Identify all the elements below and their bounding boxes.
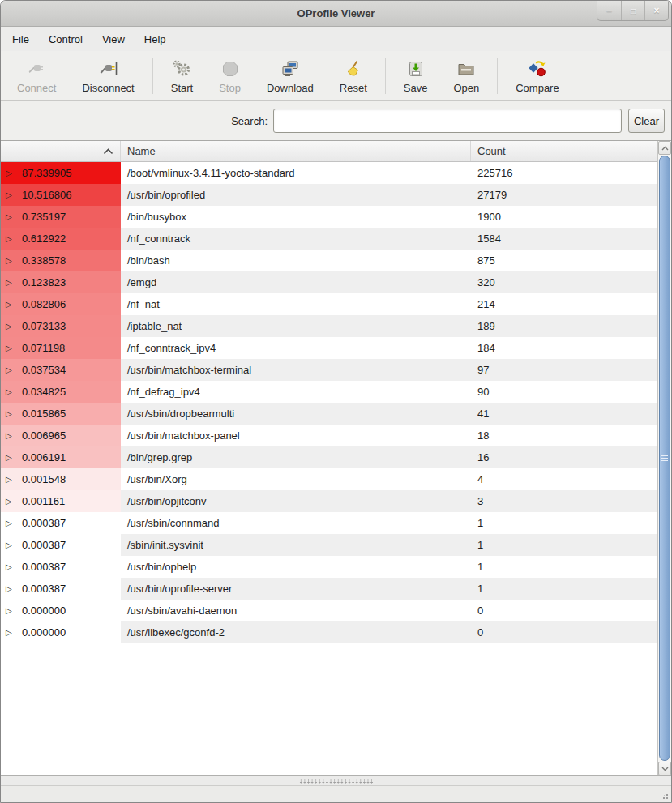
toolbar-button-start[interactable]: Start xyxy=(161,54,203,98)
row-name: /bin/busybox xyxy=(121,206,471,228)
table-row[interactable]: ▷0.073133/iptable_nat189 xyxy=(1,315,657,337)
splitter-handle-icon[interactable] xyxy=(299,779,374,784)
row-percent-cell: ▷0.000387 xyxy=(1,556,121,578)
table-row[interactable]: ▷0.000387/usr/sbin/connmand1 xyxy=(1,512,657,534)
toolbar-button-disconnect[interactable]: Disconnect xyxy=(71,54,144,98)
row-percent-cell: ▷87.339905 xyxy=(1,162,121,184)
table-row[interactable]: ▷0.071198/nf_conntrack_ipv4184 xyxy=(1,337,657,359)
row-expander-icon[interactable]: ▷ xyxy=(6,476,15,484)
table-row[interactable]: ▷0.006191/bin/grep.grep16 xyxy=(1,446,657,468)
row-name: /usr/sbin/avahi-daemon xyxy=(121,600,471,621)
row-expander-icon[interactable]: ▷ xyxy=(6,498,15,506)
column-header-name[interactable]: Name xyxy=(121,141,471,161)
row-expander-icon[interactable]: ▷ xyxy=(6,235,15,243)
row-percent: 0.006965 xyxy=(22,429,66,442)
row-expander-icon[interactable]: ▷ xyxy=(6,344,15,352)
row-percent-cell: ▷0.037534 xyxy=(1,359,121,381)
row-expander-icon[interactable]: ▷ xyxy=(6,432,15,440)
toolbar-button-label: Start xyxy=(171,82,193,94)
resize-grip-icon[interactable] xyxy=(659,790,670,801)
toolbar-button-label: Save xyxy=(404,82,428,94)
row-percent: 0.006191 xyxy=(22,451,66,463)
row-expander-icon[interactable]: ▷ xyxy=(6,563,15,571)
column-header-percent[interactable] xyxy=(1,141,121,161)
table-row[interactable]: ▷0.082806/nf_nat214 xyxy=(1,293,657,315)
title-bar[interactable]: OProfile Viewer – □ × xyxy=(1,1,671,27)
row-percent: 0.001161 xyxy=(22,495,65,507)
row-expander-icon[interactable]: ▷ xyxy=(6,607,15,615)
row-expander-icon[interactable]: ▷ xyxy=(6,322,15,331)
row-expander-icon[interactable]: ▷ xyxy=(6,541,15,549)
scrollbar-thumb[interactable] xyxy=(659,156,670,761)
menu-control[interactable]: Control xyxy=(39,28,92,50)
profile-table: Name Count ▷87.339905/boot/vmlinux-3.4.1… xyxy=(1,140,671,775)
toolbar-button-reset[interactable]: Reset xyxy=(329,54,378,98)
maximize-button[interactable]: □ xyxy=(621,1,644,20)
row-name: /bin/bash xyxy=(121,250,471,271)
table-row[interactable]: ▷0.000000/usr/libexec/gconfd-20 xyxy=(1,621,657,643)
search-input[interactable] xyxy=(273,109,622,133)
table-row[interactable]: ▷10.516806/usr/bin/oprofiled27179 xyxy=(1,184,657,206)
toolbar-button-save[interactable]: Save xyxy=(393,54,439,98)
row-expander-icon[interactable]: ▷ xyxy=(6,388,15,396)
row-expander-icon[interactable]: ▷ xyxy=(6,629,15,637)
menu-help[interactable]: Help xyxy=(135,28,176,50)
row-count: 18 xyxy=(471,425,657,446)
table-row[interactable]: ▷0.000387/sbin/init.sysvinit1 xyxy=(1,534,657,556)
row-percent: 0.037534 xyxy=(22,364,66,376)
table-row[interactable]: ▷0.000387/usr/bin/oprofile-server1 xyxy=(1,578,657,600)
row-expander-icon[interactable]: ▷ xyxy=(6,366,15,374)
toolbar-button-download[interactable]: Download xyxy=(256,54,324,98)
row-name: /usr/sbin/connmand xyxy=(121,512,471,534)
scroll-up-button[interactable] xyxy=(658,141,671,155)
table-row[interactable]: ▷0.001161/usr/bin/opjitconv3 xyxy=(1,490,657,512)
row-name: /usr/bin/matchbox-terminal xyxy=(121,359,471,381)
table-row[interactable]: ▷0.000000/usr/sbin/avahi-daemon0 xyxy=(1,600,657,621)
row-expander-icon[interactable]: ▷ xyxy=(6,191,15,199)
table-row[interactable]: ▷0.037534/usr/bin/matchbox-terminal97 xyxy=(1,359,657,381)
table-row[interactable]: ▷0.001548/usr/bin/Xorg4 xyxy=(1,468,657,490)
table-row[interactable]: ▷0.006965/usr/bin/matchbox-panel18 xyxy=(1,425,657,446)
sort-ascending-icon xyxy=(103,148,113,155)
row-percent: 0.034825 xyxy=(22,386,66,398)
row-expander-icon[interactable]: ▷ xyxy=(6,213,15,221)
menu-view[interactable]: View xyxy=(92,28,135,50)
table-row[interactable]: ▷0.735197/bin/busybox1900 xyxy=(1,206,657,228)
table-row[interactable]: ▷0.000387/usr/bin/ophelp1 xyxy=(1,556,657,578)
row-percent: 0.071198 xyxy=(22,342,65,354)
row-percent: 0.000387 xyxy=(22,561,66,573)
toolbar-button-compare[interactable]: Compare xyxy=(505,54,569,98)
row-percent-cell: ▷0.082806 xyxy=(1,293,121,315)
scrollbar-track[interactable] xyxy=(658,155,671,762)
close-button[interactable]: × xyxy=(644,1,668,20)
table-row[interactable]: ▷0.338578/bin/bash875 xyxy=(1,250,657,271)
table-row[interactable]: ▷87.339905/boot/vmlinux-3.4.11-yocto-sta… xyxy=(1,162,657,184)
toolbar-button-label: Disconnect xyxy=(82,82,134,94)
table-content: Name Count ▷87.339905/boot/vmlinux-3.4.1… xyxy=(1,141,657,775)
row-expander-icon[interactable]: ▷ xyxy=(6,519,15,528)
table-row[interactable]: ▷0.034825/nf_defrag_ipv490 xyxy=(1,381,657,403)
scroll-down-button[interactable] xyxy=(658,762,671,775)
minimize-button[interactable]: – xyxy=(597,1,621,20)
row-expander-icon[interactable]: ▷ xyxy=(6,279,15,287)
row-percent: 0.000387 xyxy=(22,583,66,595)
menu-file[interactable]: File xyxy=(2,28,39,50)
row-name: /bin/grep.grep xyxy=(121,446,471,468)
table-row[interactable]: ▷0.612922/nf_conntrack1584 xyxy=(1,228,657,250)
row-expander-icon[interactable]: ▷ xyxy=(6,454,15,462)
row-expander-icon[interactable]: ▷ xyxy=(6,301,15,309)
row-expander-icon[interactable]: ▷ xyxy=(6,257,15,265)
row-expander-icon[interactable]: ▷ xyxy=(6,585,15,593)
row-name: /boot/vmlinux-3.4.11-yocto-standard xyxy=(121,162,471,184)
toolbar-button-stop[interactable]: Stop xyxy=(208,54,251,98)
row-expander-icon[interactable]: ▷ xyxy=(6,410,15,418)
column-header-count[interactable]: Count xyxy=(471,141,657,161)
row-percent-cell: ▷10.516806 xyxy=(1,184,121,206)
table-row[interactable]: ▷0.015865/usr/sbin/dropbearmulti41 xyxy=(1,403,657,425)
toolbar-button-open[interactable]: Open xyxy=(443,54,490,98)
row-expander-icon[interactable]: ▷ xyxy=(6,169,15,177)
table-row[interactable]: ▷0.123823/emgd320 xyxy=(1,271,657,293)
row-count: 1 xyxy=(471,578,657,600)
clear-button[interactable]: Clear xyxy=(628,109,665,133)
toolbar-button-connect[interactable]: Connect xyxy=(6,54,66,98)
